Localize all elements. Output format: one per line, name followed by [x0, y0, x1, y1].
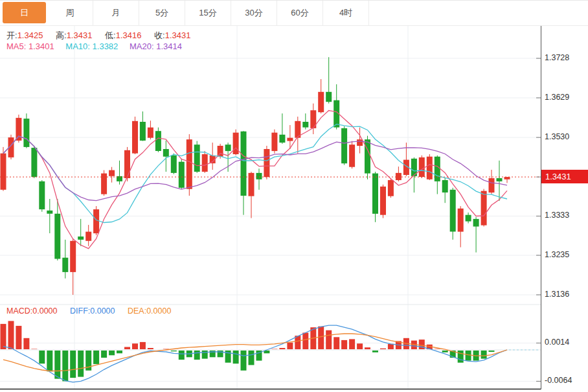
current-price-tag: 1.3431	[541, 170, 588, 183]
ma10-value: 1.3382	[93, 41, 119, 51]
low-value: 1.3416	[116, 30, 142, 40]
ma5-line	[3, 111, 507, 249]
macd-axis-label: 0.0014	[545, 338, 587, 347]
low-label: 低:	[105, 30, 116, 40]
macd-label: MACD:	[6, 306, 32, 316]
dea-value: 0.0000	[146, 306, 171, 316]
candles	[1, 57, 510, 295]
dea-label: DEA:	[128, 306, 146, 316]
ohlc-legend: 开:1.3425 高:1.3431 低:1.3416 收:1.3431	[6, 30, 201, 41]
y-axis-label: 1.3136	[545, 290, 587, 299]
ma5-value: 1.3401	[28, 41, 54, 51]
macd-value: 0.0000	[32, 306, 57, 316]
open-label: 开:	[6, 30, 17, 40]
high-value: 1.3431	[67, 30, 93, 40]
macd-axis-label: -0.0064	[545, 376, 587, 386]
high-label: 高:	[56, 30, 67, 40]
ma5-label: MA5:	[6, 41, 26, 51]
macd-legend: MACD:0.0000 DIFF:0.0000 DEA:0.0000	[6, 306, 181, 316]
y-axis-label: 1.3235	[545, 250, 587, 260]
close-label: 收:	[154, 30, 165, 40]
kline-app: 日 周 月 5分 15分 30分 60分 4时 开:1.3425 高:1.343…	[0, 0, 588, 392]
diff-label: DIFF:	[70, 306, 90, 316]
candlestick-chart-canvas[interactable]	[0, 0, 588, 392]
y-axis-label: 1.3530	[545, 132, 587, 142]
ma20-value: 1.3414	[156, 41, 182, 51]
y-axis-label: 1.3728	[545, 53, 587, 63]
y-axis-label: 1.3333	[545, 211, 587, 220]
open-value: 1.3425	[17, 30, 43, 40]
y-axis-label: 1.3629	[545, 93, 587, 102]
close-value: 1.3431	[165, 30, 191, 40]
ma20-label: MA20:	[130, 41, 154, 51]
ma-legend: MA5: 1.3401 MA10: 1.3382 MA20: 1.3414	[6, 41, 191, 51]
diff-value: 0.0000	[90, 306, 115, 316]
ma10-label: MA10:	[65, 41, 90, 51]
